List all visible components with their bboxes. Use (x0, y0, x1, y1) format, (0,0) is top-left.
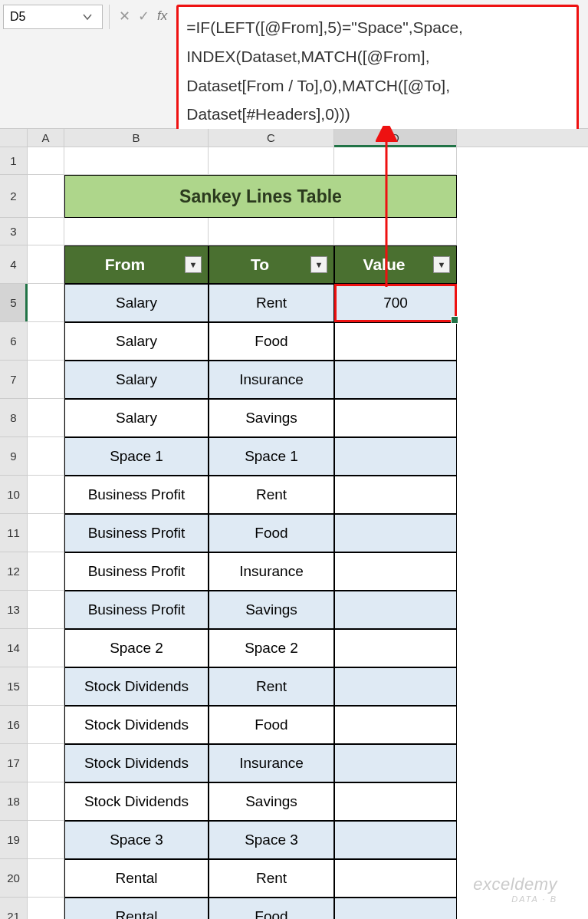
empty-cell[interactable] (28, 476, 64, 514)
row-header-12[interactable]: 12 (0, 552, 28, 591)
cell-to[interactable]: Rent (209, 284, 334, 322)
cell-from[interactable]: Business Profit (64, 476, 209, 514)
cell-to[interactable]: Rent (209, 859, 334, 898)
filter-dropdown-icon[interactable]: ▼ (185, 256, 202, 273)
row-header-11[interactable]: 11 (0, 514, 28, 552)
cell-to[interactable]: Savings (209, 591, 334, 629)
cell-from[interactable]: Space 1 (64, 437, 209, 476)
cell-value[interactable] (334, 514, 457, 552)
row-header-4[interactable]: 4 (0, 245, 28, 284)
table-header-value[interactable]: Value▼ (334, 245, 457, 284)
empty-cell[interactable] (28, 629, 64, 667)
cell-to[interactable]: Space 3 (209, 821, 334, 859)
row-header-15[interactable]: 15 (0, 667, 28, 706)
empty-cell[interactable] (28, 821, 64, 859)
row-header-14[interactable]: 14 (0, 629, 28, 667)
cell-to[interactable]: Insurance (209, 744, 334, 782)
row-header-13[interactable]: 13 (0, 591, 28, 629)
empty-cell[interactable] (28, 147, 64, 175)
cell-value[interactable] (334, 399, 457, 437)
cell-value[interactable] (334, 782, 457, 821)
empty-cell[interactable] (28, 782, 64, 821)
row-header-9[interactable]: 9 (0, 437, 28, 476)
cell-from[interactable]: Salary (64, 284, 209, 322)
active-cell[interactable]: 700 (334, 284, 457, 322)
cell-to[interactable]: Insurance (209, 361, 334, 399)
cell-from[interactable]: Business Profit (64, 591, 209, 629)
cell-value[interactable] (334, 859, 457, 898)
formula-bar[interactable]: =IF(LEFT([@From],5)="Space",Space, INDEX… (176, 5, 579, 137)
empty-cell[interactable] (28, 437, 64, 476)
chevron-down-icon[interactable] (79, 8, 96, 25)
empty-cell[interactable] (28, 552, 64, 591)
empty-cell[interactable] (209, 218, 334, 245)
cell-from[interactable]: Salary (64, 322, 209, 361)
row-header-16[interactable]: 16 (0, 706, 28, 744)
table-header-from[interactable]: From▼ (64, 245, 209, 284)
cell-value[interactable] (334, 706, 457, 744)
empty-cell[interactable] (28, 218, 64, 245)
cell-to[interactable]: Space 1 (209, 437, 334, 476)
empty-cell[interactable] (28, 175, 64, 218)
row-header-1[interactable]: 1 (0, 147, 28, 175)
name-box[interactable]: D5 (3, 5, 103, 29)
cell-value[interactable] (334, 629, 457, 667)
cell-value[interactable] (334, 361, 457, 399)
cell-to[interactable]: Savings (209, 782, 334, 821)
cell-value[interactable] (334, 591, 457, 629)
cell-value[interactable] (334, 898, 457, 919)
fx-icon[interactable]: fx (157, 8, 167, 24)
cell-from[interactable]: Space 2 (64, 629, 209, 667)
cell-to[interactable]: Food (209, 322, 334, 361)
empty-cell[interactable] (28, 399, 64, 437)
empty-cell[interactable] (28, 667, 64, 706)
cell-to[interactable]: Food (209, 898, 334, 919)
row-header-17[interactable]: 17 (0, 744, 28, 782)
cell-value[interactable] (334, 437, 457, 476)
empty-cell[interactable] (28, 706, 64, 744)
col-header-C[interactable]: C (209, 129, 334, 147)
cell-to[interactable]: Space 2 (209, 629, 334, 667)
empty-cell[interactable] (28, 859, 64, 898)
cell-from[interactable]: Stock Dividends (64, 706, 209, 744)
empty-cell[interactable] (28, 591, 64, 629)
cell-to[interactable]: Food (209, 514, 334, 552)
row-header-6[interactable]: 6 (0, 322, 28, 361)
cell-from[interactable]: Salary (64, 361, 209, 399)
empty-cell[interactable] (28, 245, 64, 284)
cell-to[interactable]: Food (209, 706, 334, 744)
empty-cell[interactable] (209, 147, 334, 175)
row-header-2[interactable]: 2 (0, 175, 28, 218)
table-header-to[interactable]: To▼ (209, 245, 334, 284)
cell-value[interactable] (334, 322, 457, 361)
row-header-7[interactable]: 7 (0, 361, 28, 399)
cell-value[interactable] (334, 476, 457, 514)
row-header-19[interactable]: 19 (0, 821, 28, 859)
empty-cell[interactable] (334, 218, 457, 245)
cell-from[interactable]: Salary (64, 399, 209, 437)
empty-cell[interactable] (28, 322, 64, 361)
filter-dropdown-icon[interactable]: ▼ (310, 256, 327, 273)
cell-from[interactable]: Rental (64, 898, 209, 919)
cell-value[interactable] (334, 552, 457, 591)
cell-from[interactable]: Stock Dividends (64, 782, 209, 821)
cell-value[interactable] (334, 821, 457, 859)
row-header-5[interactable]: 5 (0, 284, 28, 322)
row-header-8[interactable]: 8 (0, 399, 28, 437)
col-header-D[interactable]: D (334, 129, 457, 147)
row-header-21[interactable]: 21 (0, 898, 28, 919)
empty-cell[interactable] (28, 898, 64, 919)
empty-cell[interactable] (28, 514, 64, 552)
row-header-10[interactable]: 10 (0, 476, 28, 514)
empty-cell[interactable] (28, 744, 64, 782)
cell-from[interactable]: Business Profit (64, 552, 209, 591)
confirm-formula-icon[interactable]: ✓ (138, 8, 149, 25)
col-header-B[interactable]: B (64, 129, 209, 147)
filter-dropdown-icon[interactable]: ▼ (433, 256, 450, 273)
cell-from[interactable]: Rental (64, 859, 209, 898)
cell-value[interactable] (334, 744, 457, 782)
cell-from[interactable]: Space 3 (64, 821, 209, 859)
select-all-corner[interactable] (0, 129, 28, 147)
empty-cell[interactable] (28, 284, 64, 322)
cell-to[interactable]: Savings (209, 399, 334, 437)
